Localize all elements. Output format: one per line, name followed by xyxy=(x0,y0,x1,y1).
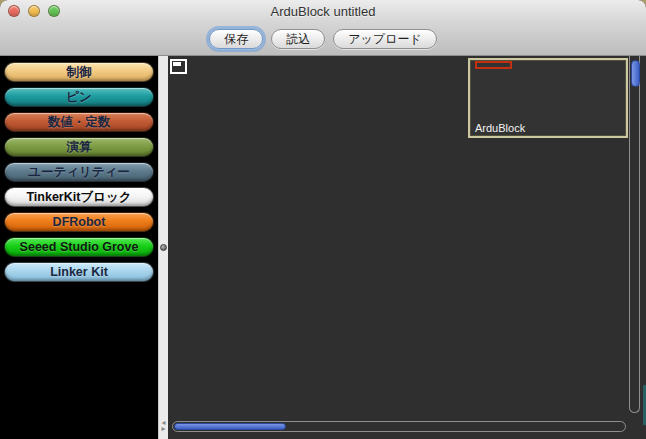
sidebar-item-tinkerkit-blocks[interactable]: TinkerKitブロック xyxy=(4,187,154,207)
sidebar-item-numbers-constants[interactable]: 数値・定数 xyxy=(4,112,154,132)
block-category-sidebar: 制御ピン数値・定数演算ユーティリティーTinkerKitブロックDFRobotS… xyxy=(0,56,158,439)
sidebar-item-seeed-studio-grove[interactable]: Seeed Studio Grove xyxy=(4,237,154,257)
save-button[interactable]: 保存 xyxy=(209,29,263,49)
load-button[interactable]: 読込 xyxy=(271,29,325,49)
window-title: ArduBlock untitled xyxy=(271,4,376,19)
minimap-viewport-rect[interactable] xyxy=(475,61,512,69)
sidebar-item-control[interactable]: 制御 xyxy=(4,62,154,82)
ardublock-window: ArduBlock untitled 保存読込アップロード 制御ピン数値・定数演… xyxy=(0,0,646,439)
sidebar-item-utilities[interactable]: ユーティリティー xyxy=(4,162,154,182)
sidebar-item-dfrobot[interactable]: DFRobot xyxy=(4,212,154,232)
minimap-toggle-icon[interactable] xyxy=(170,59,187,74)
workspace-canvas[interactable]: ArduBlock xyxy=(168,56,646,439)
close-button[interactable] xyxy=(8,5,20,17)
sidebar-item-linker-kit[interactable]: Linker Kit xyxy=(4,262,154,282)
minimap[interactable]: ArduBlock xyxy=(468,58,628,138)
minimize-button[interactable] xyxy=(28,5,40,17)
horizontal-scrollbar-thumb[interactable] xyxy=(174,423,286,430)
collapse-right-icon[interactable]: ▸ xyxy=(161,426,165,432)
toolbar: 保存読込アップロード xyxy=(0,22,646,56)
splitpane-divider[interactable]: ◂ ▸ xyxy=(158,56,168,439)
vertical-scrollbar-thumb[interactable] xyxy=(631,60,640,87)
sidebar-item-pins[interactable]: ピン xyxy=(4,87,154,107)
vertical-scrollbar-track[interactable] xyxy=(629,56,640,413)
content-area: 制御ピン数値・定数演算ユーティリティーTinkerKitブロックDFRobotS… xyxy=(0,56,646,439)
traffic-lights xyxy=(8,5,60,17)
zoom-button[interactable] xyxy=(48,5,60,17)
upload-button[interactable]: アップロード xyxy=(333,29,436,49)
titlebar: ArduBlock untitled xyxy=(0,0,646,22)
sidebar-item-operators[interactable]: 演算 xyxy=(4,137,154,157)
divider-knob[interactable] xyxy=(160,244,167,251)
minimap-label: ArduBlock xyxy=(475,122,525,134)
divider-collapse-arrows[interactable]: ◂ ▸ xyxy=(159,420,168,432)
